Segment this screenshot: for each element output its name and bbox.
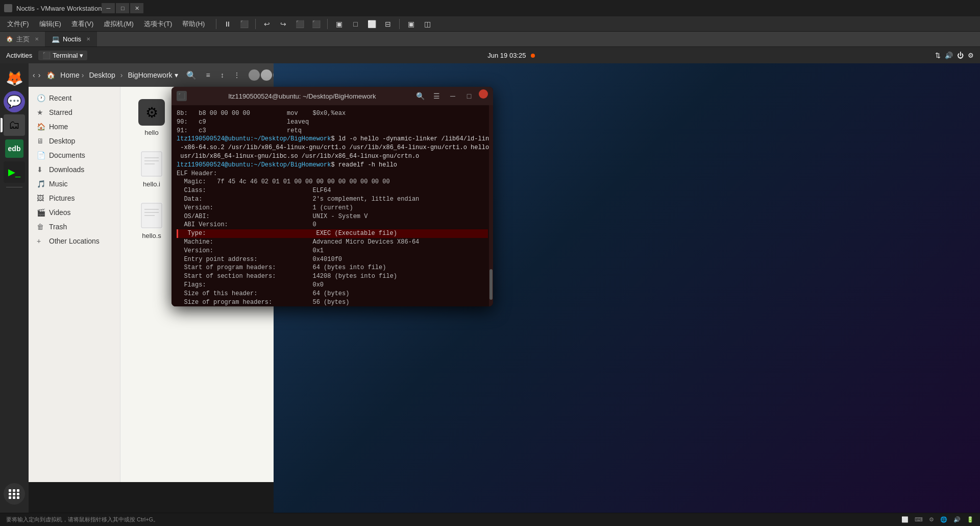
menu-file[interactable]: 文件(F) bbox=[2, 17, 34, 31]
breadcrumb-bighomework[interactable]: BigHomework ▾ bbox=[125, 70, 181, 80]
menu-vm[interactable]: 虚拟机(M) bbox=[99, 17, 139, 31]
menu-view[interactable]: 查看(V) bbox=[66, 17, 99, 31]
sidebar-item-other-locations[interactable]: + Other Locations bbox=[29, 234, 120, 248]
term-prompt-2: ltz1190500524@ubuntu:~/Desktop/BigHomewo… bbox=[177, 161, 274, 169]
show-apps-button[interactable] bbox=[4, 483, 25, 505]
terminal-window: ⬛ ltz1190500524@ubuntu: ~/Desktop/BigHom… bbox=[172, 87, 274, 306]
breadcrumb-sep2: › bbox=[120, 71, 123, 79]
term-line-2: 90: c9 leaveq bbox=[177, 118, 274, 127]
settings-icon[interactable]: ⚙ bbox=[968, 52, 974, 59]
maximize-button[interactable]: □ bbox=[116, 3, 129, 13]
apps-grid-icon bbox=[9, 489, 20, 499]
term-line-3: 91: c3 retq bbox=[177, 127, 274, 135]
toolbar-sep2 bbox=[255, 19, 256, 29]
sidebar-starred-label: Starred bbox=[49, 108, 72, 116]
terminal-menu-button[interactable]: ⬛ Terminal ▾ bbox=[38, 51, 87, 60]
file-hello-s[interactable]: hello.s bbox=[129, 198, 175, 244]
sidebar-item-pictures[interactable]: 🖼 Pictures bbox=[29, 191, 120, 205]
fm-maximize-button[interactable]: □ bbox=[261, 69, 272, 81]
fm-search-button[interactable]: 🔍 bbox=[184, 68, 199, 82]
dock-firefox[interactable]: 🦊 bbox=[4, 67, 25, 89]
toolbar-btn5[interactable]: ⬛ bbox=[292, 18, 307, 30]
toolbar-sep3 bbox=[327, 19, 328, 29]
sidebar-item-starred[interactable]: ★ Starred bbox=[29, 105, 120, 119]
fm-sidebar: 🕐 Recent ★ Starred 🏠 Home 🖥 bbox=[29, 87, 120, 482]
sidebar-home-label: Home bbox=[49, 123, 68, 131]
sidebar-documents-label: Documents bbox=[49, 151, 85, 159]
term-line-5: ltz1190500524@ubuntu:~/Desktop/BigHomewo… bbox=[177, 161, 274, 170]
tab-home[interactable]: 🏠 主页 ✕ bbox=[0, 32, 45, 46]
status-screen-icon[interactable]: ⬜ bbox=[901, 516, 909, 523]
activities-button[interactable]: Activities bbox=[6, 52, 32, 59]
tab-home-close[interactable]: ✕ bbox=[35, 36, 39, 42]
sidebar-item-home[interactable]: 🏠 Home bbox=[29, 119, 120, 134]
fm-minimize-button[interactable]: ─ bbox=[249, 69, 260, 81]
toolbar-btn2[interactable]: ⬛ bbox=[237, 18, 251, 30]
tab-noctis[interactable]: 💻 Noctis ✕ bbox=[45, 32, 97, 46]
sidebar-item-videos[interactable]: 🎬 Videos bbox=[29, 205, 120, 220]
volume-icon[interactable]: 🔊 bbox=[945, 52, 953, 59]
sidebar-item-music[interactable]: 🎵 Music bbox=[29, 177, 120, 191]
power-icon[interactable]: ⏻ bbox=[957, 52, 964, 59]
breadcrumb-desktop[interactable]: Desktop bbox=[86, 70, 118, 80]
dock-separator bbox=[6, 187, 22, 187]
toolbar-btn10[interactable]: ⊟ bbox=[381, 18, 395, 30]
sidebar-item-desktop[interactable]: 🖥 Desktop bbox=[29, 134, 120, 148]
dock-chat[interactable]: 💬 bbox=[4, 91, 25, 112]
terminal-content[interactable]: 8b: b8 00 00 00 00 mov $0x0,%eax 90: c9 … bbox=[172, 105, 274, 306]
menu-tabs[interactable]: 选项卡(T) bbox=[139, 17, 178, 31]
hello-filename: hello bbox=[144, 129, 158, 136]
toolbar-btn11[interactable]: ▣ bbox=[404, 18, 418, 30]
folder-dropdown-icon[interactable]: ▾ bbox=[175, 71, 178, 79]
status-keyboard-icon[interactable]: ⌨ bbox=[915, 516, 923, 523]
toolbar-btn8[interactable]: □ bbox=[348, 18, 362, 30]
pause-button[interactable]: ⏸ bbox=[220, 18, 235, 30]
breadcrumb-home-label[interactable]: Home bbox=[60, 71, 79, 79]
file-hello-i[interactable]: hello.i bbox=[129, 147, 175, 192]
dock-edb[interactable]: edb bbox=[4, 138, 25, 159]
toolbar-btn9[interactable]: ⬜ bbox=[364, 18, 379, 30]
fm-forward-button[interactable]: › bbox=[38, 68, 41, 82]
tab-noctis-close[interactable]: ✕ bbox=[86, 36, 90, 42]
status-battery-icon[interactable]: 🔋 bbox=[967, 516, 974, 523]
i-file-badge bbox=[140, 151, 163, 177]
term-line-phoff: Start of program headers: 64 (bytes into… bbox=[177, 264, 274, 272]
sidebar-item-documents[interactable]: 📄 Documents bbox=[29, 148, 120, 162]
starred-icon: ★ bbox=[37, 108, 45, 116]
fm-list-view-button[interactable]: ≡ bbox=[202, 68, 215, 82]
fm-content: hello C hello.c bbox=[120, 87, 274, 482]
fm-view-buttons: ≡ ↕ ⋮ bbox=[202, 68, 243, 82]
dock-terminal[interactable]: ▶_ bbox=[4, 161, 25, 183]
term-line-class: Class: ELF64 bbox=[177, 186, 274, 195]
breadcrumb-home[interactable]: 🏠 bbox=[43, 70, 58, 80]
toolbar-btn7[interactable]: ▣ bbox=[332, 18, 346, 30]
term-line-4: ltz1190500524@ubuntu:~/Desktop/BigHomewo… bbox=[177, 135, 274, 160]
fm-overflow-button[interactable]: ⋮ bbox=[230, 68, 243, 82]
network-icon[interactable]: ⇅ bbox=[935, 52, 941, 59]
file-hello[interactable]: hello bbox=[129, 95, 175, 140]
toolbar-btn3[interactable]: ↩ bbox=[260, 18, 274, 30]
menu-help[interactable]: 帮助(H) bbox=[177, 17, 210, 31]
close-button[interactable]: ✕ bbox=[130, 3, 143, 13]
fm-back-button[interactable]: ‹ bbox=[33, 68, 35, 82]
sidebar-item-recent[interactable]: 🕐 Recent bbox=[29, 91, 120, 105]
toolbar-btn4[interactable]: ↪ bbox=[276, 18, 290, 30]
toolbar-btn12[interactable]: ◫ bbox=[420, 18, 434, 30]
status-network-icon[interactable]: 🌐 bbox=[940, 516, 947, 523]
terminal-app-icon: ⬛ bbox=[177, 91, 187, 101]
fm-sort-button[interactable]: ↕ bbox=[216, 68, 229, 82]
menu-edit[interactable]: 编辑(E) bbox=[34, 17, 66, 31]
sidebar-item-downloads[interactable]: ⬇ Downloads bbox=[29, 162, 120, 177]
dock-files[interactable]: 🗂 bbox=[4, 114, 25, 136]
minimize-button[interactable]: ─ bbox=[102, 3, 115, 13]
terminal-icon: ⬛ bbox=[42, 52, 51, 59]
app-icon bbox=[4, 4, 12, 12]
sidebar-item-trash[interactable]: 🗑 Trash bbox=[29, 220, 120, 234]
status-settings-icon[interactable]: ⚙ bbox=[929, 516, 934, 523]
sidebar-pictures-label: Pictures bbox=[49, 194, 75, 202]
tab-noctis-label: Noctis bbox=[63, 35, 81, 43]
status-volume-icon[interactable]: 🔊 bbox=[953, 516, 961, 523]
fm-header: ‹ › 🏠 Home › Desktop › BigHomework ▾ 🔍 bbox=[29, 63, 274, 87]
toolbar-btn6[interactable]: ⬛ bbox=[309, 18, 323, 30]
downloads-icon: ⬇ bbox=[37, 165, 45, 174]
